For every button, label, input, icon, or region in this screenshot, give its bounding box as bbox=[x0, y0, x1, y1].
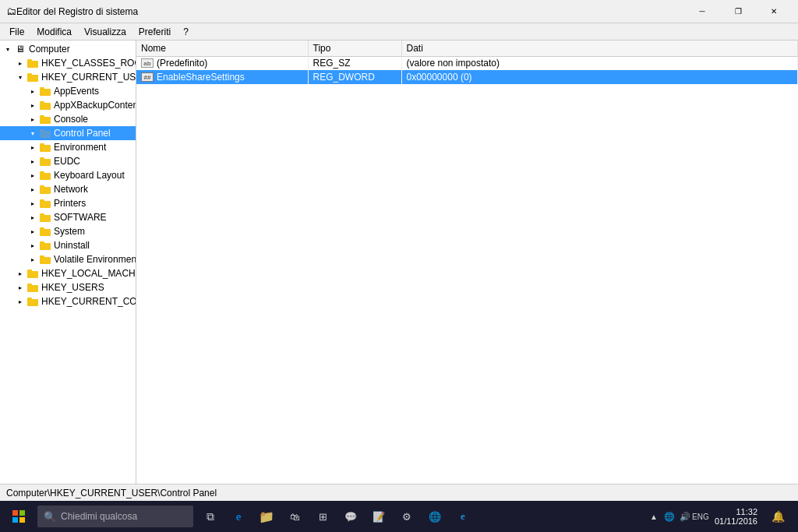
col-header-data[interactable]: Dati bbox=[401, 41, 798, 56]
registry-tree[interactable]: 🖥 Computer HKEY_CLASSES_ROOT HKEY_CURREN… bbox=[0, 41, 136, 484]
col-header-type[interactable]: Tipo bbox=[308, 41, 401, 56]
taskbar-pinned2[interactable]: 📝 bbox=[365, 501, 393, 532]
menubar: File Modifica Visualizza Preferiti ? bbox=[0, 23, 798, 41]
expand-arrow-eudc[interactable] bbox=[26, 155, 39, 167]
taskbar-edge[interactable]: e bbox=[224, 501, 252, 532]
start-button[interactable] bbox=[3, 501, 34, 532]
main-area: 🖥 Computer HKEY_CLASSES_ROOT HKEY_CURREN… bbox=[0, 41, 798, 484]
tree-label-printers: Printers bbox=[54, 198, 86, 209]
expand-arrow-hku[interactable] bbox=[14, 281, 26, 294]
tree-item-system[interactable]: System bbox=[0, 224, 136, 238]
tree-label-keyboard-layout: Keyboard Layout bbox=[54, 170, 125, 181]
expand-arrow-hkcu[interactable] bbox=[14, 71, 26, 83]
expand-arrow-environment[interactable] bbox=[26, 141, 39, 153]
value-pane[interactable]: Nome Tipo Dati ab (Predefinito) REG_SZ (… bbox=[136, 41, 798, 484]
status-path: Computer\HKEY_CURRENT_USER\Control Panel bbox=[6, 488, 217, 499]
expand-arrow-hklm[interactable] bbox=[14, 267, 26, 280]
tree-item-hkcu[interactable]: HKEY_CURRENT_USER bbox=[0, 70, 136, 84]
tree-item-appevents[interactable]: AppEvents bbox=[0, 84, 136, 98]
tree-item-appxbackup[interactable]: AppXBackupContentType bbox=[0, 98, 136, 112]
expand-arrow-hkcr[interactable] bbox=[14, 57, 26, 69]
expand-arrow-keyboard-layout[interactable] bbox=[26, 169, 39, 181]
tree-label-hkcu: HKEY_CURRENT_USER bbox=[41, 72, 136, 83]
tree-item-hkcr[interactable]: HKEY_CLASSES_ROOT bbox=[0, 56, 136, 70]
expand-arrow-network[interactable] bbox=[26, 183, 39, 196]
svg-rect-37 bbox=[19, 510, 25, 516]
svg-rect-22 bbox=[40, 215, 51, 222]
value-type-cell: REG_DWORD bbox=[308, 70, 401, 84]
tree-item-control-panel[interactable]: Control Panel bbox=[0, 126, 136, 140]
svg-rect-32 bbox=[27, 285, 38, 292]
col-header-name[interactable]: Nome bbox=[136, 41, 308, 56]
close-button[interactable]: ✕ bbox=[756, 0, 792, 23]
table-row[interactable]: ab (Predefinito) REG_SZ (valore non impo… bbox=[136, 56, 798, 70]
tree-item-eudc[interactable]: EUDC bbox=[0, 154, 136, 168]
svg-rect-14 bbox=[40, 159, 51, 166]
tree-label-system: System bbox=[54, 226, 85, 237]
expand-arrow-appxbackup[interactable] bbox=[26, 99, 39, 111]
tray-clock[interactable]: 11:32 01/11/2016 bbox=[708, 501, 764, 532]
tree-label-computer: Computer bbox=[29, 44, 70, 55]
svg-rect-28 bbox=[40, 257, 51, 264]
expand-arrow-control-panel[interactable] bbox=[26, 127, 39, 139]
value-data-cell: (valore non impostato) bbox=[401, 56, 798, 70]
taskbar-search-box[interactable]: 🔍 bbox=[37, 506, 193, 527]
tree-item-keyboard-layout[interactable]: Keyboard Layout bbox=[0, 168, 136, 182]
tray-volume[interactable]: 🔊 bbox=[677, 501, 693, 532]
table-row[interactable]: ## EnableShareSettings REG_DWORD 0x00000… bbox=[136, 70, 798, 84]
clock-time: 11:32 bbox=[736, 507, 757, 516]
menu-preferiti[interactable]: Preferiti bbox=[132, 25, 177, 39]
expand-arrow-computer[interactable] bbox=[2, 43, 14, 55]
minimize-button[interactable]: ─ bbox=[684, 0, 720, 23]
task-view-button[interactable]: ⧉ bbox=[196, 501, 224, 532]
svg-rect-34 bbox=[27, 299, 38, 306]
svg-rect-24 bbox=[40, 229, 51, 236]
tray-keyboard[interactable]: ENG bbox=[693, 501, 708, 532]
taskbar-files[interactable]: 📁 bbox=[252, 501, 281, 532]
svg-rect-25 bbox=[40, 227, 44, 230]
search-input[interactable] bbox=[61, 511, 178, 522]
taskbar-chrome[interactable]: 🌐 bbox=[421, 501, 449, 532]
tree-item-environment[interactable]: Environment bbox=[0, 140, 136, 154]
tree-label-environment: Environment bbox=[54, 142, 106, 153]
tree-label-console: Console bbox=[54, 114, 88, 125]
folder-icon-hkcr bbox=[26, 58, 39, 69]
tray-notifications[interactable]: 🔔 bbox=[764, 501, 792, 532]
taskbar-settings[interactable]: ⚙ bbox=[393, 501, 421, 532]
status-bar: Computer\HKEY_CURRENT_USER\Control Panel bbox=[0, 484, 798, 501]
menu-file[interactable]: File bbox=[3, 25, 30, 39]
expand-arrow-system[interactable] bbox=[26, 225, 39, 238]
tree-item-hkcc[interactable]: HKEY_CURRENT_CONFIG bbox=[0, 294, 136, 308]
svg-rect-38 bbox=[12, 517, 18, 523]
tray-show-hidden[interactable]: ▲ bbox=[646, 501, 662, 532]
folder-icon-eudc bbox=[39, 156, 51, 167]
svg-rect-20 bbox=[40, 201, 51, 208]
tree-item-uninstall[interactable]: Uninstall bbox=[0, 238, 136, 252]
menu-visualizza[interactable]: Visualizza bbox=[78, 25, 132, 39]
tree-item-network[interactable]: Network bbox=[0, 182, 136, 196]
window-controls: ─ ❐ ✕ bbox=[684, 0, 792, 23]
taskbar-pinned1[interactable]: ⊞ bbox=[309, 501, 337, 532]
expand-arrow-hkcc[interactable] bbox=[14, 295, 26, 308]
expand-arrow-printers[interactable] bbox=[26, 197, 39, 210]
tree-item-printers[interactable]: Printers bbox=[0, 196, 136, 210]
expand-arrow-console[interactable] bbox=[26, 113, 39, 125]
tree-item-volatile[interactable]: Volatile Environment bbox=[0, 252, 136, 266]
tree-item-console[interactable]: Console bbox=[0, 112, 136, 126]
taskbar-ie[interactable]: e bbox=[449, 501, 477, 532]
tree-item-software[interactable]: SOFTWARE bbox=[0, 210, 136, 224]
expand-arrow-uninstall[interactable] bbox=[26, 239, 39, 252]
restore-button[interactable]: ❐ bbox=[720, 0, 756, 23]
expand-arrow-software[interactable] bbox=[26, 211, 39, 224]
taskbar-whatsapp[interactable]: 💬 bbox=[337, 501, 365, 532]
tray-network[interactable]: 🌐 bbox=[662, 501, 677, 532]
value-data-cell: 0x00000000 (0) bbox=[401, 70, 798, 84]
tree-item-hklm[interactable]: HKEY_LOCAL_MACHINE bbox=[0, 266, 136, 280]
taskbar-store[interactable]: 🛍 bbox=[281, 501, 309, 532]
expand-arrow-appevents[interactable] bbox=[26, 85, 39, 97]
tree-item-computer[interactable]: 🖥 Computer bbox=[0, 42, 136, 56]
tree-item-hku[interactable]: HKEY_USERS bbox=[0, 280, 136, 294]
menu-help[interactable]: ? bbox=[177, 25, 195, 39]
menu-modifica[interactable]: Modifica bbox=[30, 25, 78, 39]
expand-arrow-volatile[interactable] bbox=[26, 253, 39, 266]
